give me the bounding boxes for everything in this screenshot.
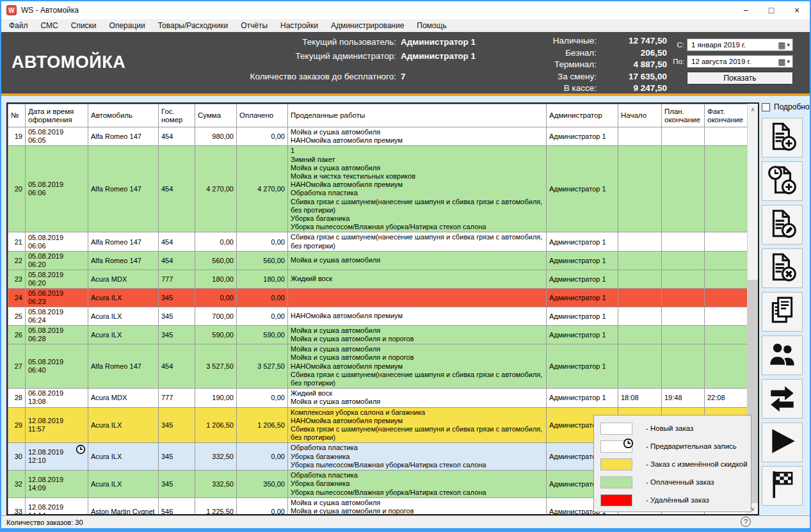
- window-title: WS - Автомойка: [21, 6, 79, 15]
- documents-copy-icon: [766, 294, 798, 329]
- order-datetime-cell: 05.08.201906:28: [26, 325, 88, 344]
- column-header[interactable]: Гос. номер: [159, 104, 195, 127]
- calendar-icon[interactable]: ▦: [778, 40, 785, 50]
- car-cell: Acura MDX: [88, 389, 159, 407]
- menu-item[interactable]: Помощь: [410, 19, 453, 32]
- car-cell: Acura ILX: [88, 307, 159, 325]
- works-cell: Мойка и сушка автомобиля Мойка и сушка а…: [288, 497, 547, 515]
- order-number-cell: 19: [8, 127, 26, 146]
- transfer-button[interactable]: [762, 379, 803, 419]
- stat-label: В кассе:: [530, 83, 597, 95]
- date-from-value: 1 января 2019 г.: [691, 41, 778, 49]
- paid-cell: 0,00: [237, 389, 288, 407]
- order-row[interactable]: 2105.08.201906:06Alfa Romeo 1474540,000,…: [8, 232, 748, 251]
- menu-item[interactable]: Настройки: [274, 19, 325, 32]
- works-cell: 1 Зимний пакет Мойка и сушка автомобиля …: [288, 146, 547, 232]
- chevron-down-icon[interactable]: ▾: [787, 42, 790, 48]
- menu-item[interactable]: СМС: [35, 19, 65, 32]
- detail-checkbox[interactable]: [762, 103, 770, 111]
- works-cell: Мойка и сушка автомобиля Мойка и сушка а…: [288, 344, 547, 389]
- stat-label: Терминал:: [530, 59, 597, 71]
- legend-label: - Оплаченный заказ: [646, 478, 714, 486]
- paid-cell: 350,00: [237, 471, 288, 498]
- stat-value: 9 247,50: [597, 83, 667, 95]
- column-header[interactable]: №: [8, 104, 26, 127]
- orders-table-header-row: №Дата и время оформленияАвтомобильГос. н…: [8, 104, 748, 127]
- current-admin-value: Администратор 1: [396, 51, 494, 61]
- works-cell: Жидкий воск Мойка и сушка автомобиля: [288, 389, 547, 407]
- column-header[interactable]: Дата и время оформления: [26, 104, 88, 127]
- menu-item[interactable]: Операции: [103, 19, 152, 32]
- column-header[interactable]: План. окончание: [662, 104, 705, 127]
- order-row[interactable]: 2806.08.201913:08Acura MDX777190,000,00Ж…: [8, 389, 748, 407]
- order-row[interactable]: 2605.08.201906:28Acura ILX345590,00590,0…: [8, 325, 748, 344]
- scroll-up-icon[interactable]: ∧: [748, 104, 758, 115]
- sum-cell: 190,00: [195, 389, 237, 407]
- column-header[interactable]: Автомобиль: [88, 104, 159, 127]
- document-delete-icon: [766, 251, 798, 286]
- maximize-button[interactable]: □: [759, 1, 784, 19]
- order-row[interactable]: 2205.08.201906:20Alfa Romeo 147454560,00…: [8, 251, 748, 270]
- paid-cell: 3 527,50: [237, 344, 288, 389]
- sum-cell: 332,50: [195, 443, 237, 471]
- start-cell: [618, 251, 662, 270]
- status-bar: Количество заказов: 30 ?: [1, 515, 810, 528]
- finish-flag-icon: [766, 469, 798, 503]
- fact-end-cell: [705, 127, 748, 146]
- order-row[interactable]: 2505.08.201906:24Acura ILX345700,000,00Н…: [8, 307, 748, 325]
- stat-value: 12 747,50: [597, 35, 667, 47]
- menu-item[interactable]: Списки: [65, 19, 103, 32]
- plan-end-cell: [662, 146, 705, 232]
- order-datetime-cell: 05.08.201906:20: [26, 251, 88, 270]
- order-number-cell: 30: [8, 443, 26, 471]
- copy-order-button[interactable]: [762, 292, 803, 332]
- column-header[interactable]: Проделанные работы: [288, 104, 547, 127]
- order-row[interactable]: 1905.08.201906:05Alfa Romeo 147454980,00…: [8, 127, 748, 146]
- start-order-button[interactable]: [762, 423, 803, 462]
- works-cell: НАНОмойка автомобиля премиум: [288, 307, 547, 325]
- calendar-icon[interactable]: ▦: [778, 57, 785, 67]
- order-number-cell: 20: [8, 146, 26, 232]
- menu-item[interactable]: Отчёты: [234, 19, 274, 32]
- close-button[interactable]: ×: [784, 1, 810, 19]
- clients-button[interactable]: [762, 335, 803, 375]
- plate-cell: 345: [159, 407, 195, 443]
- order-row[interactable]: 2005.08.201906:06Alfa Romeo 1474544 270,…: [8, 146, 748, 232]
- order-datetime-cell: 05.08.201906:24: [26, 307, 88, 325]
- admin-cell: Администратор 1: [547, 389, 618, 407]
- column-header[interactable]: Начало: [618, 104, 662, 127]
- help-icon[interactable]: ?: [741, 517, 751, 527]
- column-header[interactable]: Факт. окончание: [705, 104, 748, 127]
- new-order-button[interactable]: [762, 118, 803, 157]
- works-cell: [288, 288, 547, 307]
- order-number-cell: 23: [8, 270, 26, 288]
- menu-item[interactable]: Файл: [3, 19, 35, 32]
- paid-cell: 0,00: [237, 443, 288, 471]
- document-plus-icon: [766, 120, 798, 155]
- delete-order-button[interactable]: [762, 248, 803, 288]
- plate-cell: 777: [159, 389, 195, 407]
- car-cell: Alfa Romeo 147: [88, 251, 159, 270]
- start-cell: [618, 146, 662, 232]
- plate-cell: 454: [159, 251, 195, 270]
- column-header[interactable]: Администратор: [547, 104, 618, 127]
- plan-end-cell: [662, 127, 705, 146]
- finish-order-button[interactable]: [762, 466, 803, 506]
- plate-cell: 345: [159, 443, 195, 471]
- date-from-picker[interactable]: 1 января 2019 г. ▦ ▾: [687, 38, 793, 51]
- new-preorder-button[interactable]: [762, 161, 803, 201]
- column-header[interactable]: Оплачено: [237, 104, 288, 127]
- order-row[interactable]: 2305.08.201906:20Acura MDX777180,00180,0…: [8, 270, 748, 288]
- date-to-picker[interactable]: 12 августа 2019 г. ▦ ▾: [687, 55, 793, 68]
- column-header[interactable]: Сумма: [195, 104, 237, 127]
- minimize-button[interactable]: −: [733, 1, 759, 19]
- chevron-down-icon[interactable]: ▾: [787, 58, 790, 65]
- edit-order-button[interactable]: [762, 205, 803, 245]
- order-row[interactable]: 2405.08.201906:23Acura ILX3450,000,00Адм…: [8, 288, 748, 307]
- show-button[interactable]: Показать: [687, 72, 793, 85]
- order-row[interactable]: 2705.08.201906:40Alfa Romeo 1474543 527,…: [8, 344, 748, 389]
- menu-item[interactable]: Администрирование: [325, 19, 410, 32]
- admin-cell: Администратор 1: [547, 232, 618, 251]
- menu-item[interactable]: Товары/Расходники: [152, 19, 234, 32]
- start-cell: [618, 288, 662, 307]
